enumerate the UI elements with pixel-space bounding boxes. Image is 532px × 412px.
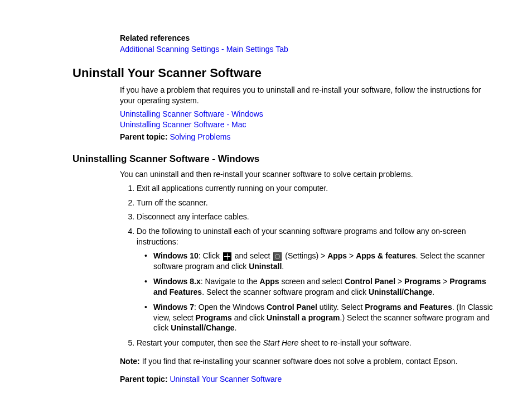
step-2: Turn off the scanner. (137, 198, 493, 208)
step-4: Do the following to uninstall each of yo… (137, 226, 493, 333)
settings-gear-icon (273, 252, 282, 261)
link-uninstall-mac[interactable]: Uninstalling Scanner Software - Mac (120, 120, 493, 129)
bullet-windows-8: Windows 8.x: Navigate to the Apps screen… (147, 276, 493, 298)
bullet-windows-7: Windows 7: Open the Windows Control Pane… (147, 302, 493, 334)
related-references-label: Related references (120, 33, 493, 42)
link-solving-problems[interactable]: Solving Problems (170, 132, 230, 141)
link-uninstall-windows[interactable]: Uninstalling Scanner Software - Windows (120, 109, 493, 118)
link-uninstall-your-scanner-software[interactable]: Uninstall Your Scanner Software (170, 375, 282, 384)
intro-paragraph: If you have a problem that requires you … (120, 85, 493, 106)
windows-start-icon (223, 252, 231, 261)
note-paragraph: Note: If you find that re-installing you… (120, 356, 493, 367)
step-3: Disconnect any interface cables. (137, 212, 493, 222)
heading-uninstall-windows: Uninstalling Scanner Software - Windows (72, 154, 493, 165)
step-5: Restart your computer, then see the Star… (137, 338, 493, 348)
sub-intro-paragraph: You can uninstall and then re-install yo… (120, 169, 493, 180)
step-1: Exit all applications currently running … (137, 183, 493, 194)
os-bullets: Windows 10: Click and select (Settings) … (137, 251, 493, 333)
link-additional-scanning-settings[interactable]: Additional Scanning Settings - Main Sett… (120, 45, 493, 54)
steps-list: Exit all applications currently running … (120, 183, 493, 349)
parent-topic-label-2: Parent topic: (120, 375, 168, 384)
bullet-windows-10: Windows 10: Click and select (Settings) … (147, 251, 493, 272)
parent-topic-label: Parent topic: (120, 132, 168, 141)
heading-uninstall-scanner-software: Uninstall Your Scanner Software (72, 66, 493, 80)
